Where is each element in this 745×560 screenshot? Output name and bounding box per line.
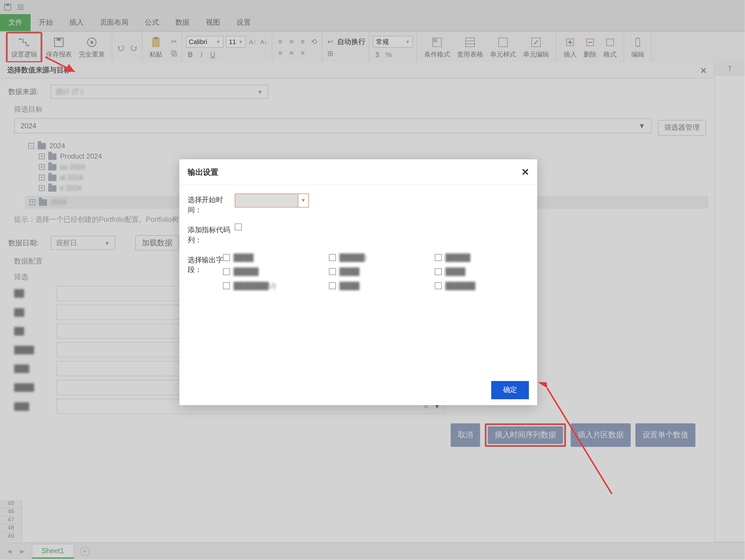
field-item[interactable]: █████) [329, 253, 423, 262]
add-code-checkbox[interactable] [235, 223, 242, 231]
font-size-select[interactable]: 11▼ [226, 36, 246, 48]
checkbox[interactable] [435, 282, 442, 289]
start-time-input[interactable] [235, 194, 298, 207]
bold-icon[interactable]: B [186, 50, 195, 59]
cond-format-button[interactable]: 条件格式 [421, 32, 454, 63]
tab-data[interactable]: 数据 [167, 14, 198, 31]
row-number[interactable]: 45 [0, 500, 22, 508]
checkbox[interactable] [223, 268, 230, 275]
edit-button[interactable]: 编辑 [628, 32, 648, 63]
svg-rect-13 [171, 50, 175, 55]
align-left-icon[interactable]: ≡ [276, 48, 285, 58]
insert-timeseries-button[interactable]: 插入时间序列数据 [488, 426, 563, 444]
data-date-select[interactable]: 观察日 ▼ [51, 236, 115, 250]
panel-close-button[interactable]: ✕ [700, 66, 707, 75]
font-increase-icon[interactable]: A↑ [248, 37, 257, 46]
tab-insert[interactable]: 插入 [61, 14, 92, 31]
cut-icon[interactable]: ✂ [169, 37, 179, 46]
tab-home[interactable]: 开始 [31, 14, 61, 31]
modal-title: 输出设置 [188, 167, 218, 177]
checkbox[interactable] [435, 268, 442, 275]
filter-manager-button[interactable]: 筛选器管理 [658, 120, 706, 136]
tab-layout[interactable]: 页面布局 [92, 14, 136, 31]
field-item[interactable]: ██████ [435, 282, 529, 290]
checkbox[interactable] [435, 254, 442, 261]
sheet-tab[interactable]: Sheet1 [32, 544, 74, 559]
expand-icon[interactable]: + [39, 164, 45, 170]
load-data-button[interactable]: 加载数据 [135, 235, 179, 250]
cell-edit-button[interactable]: 单元编辑 [519, 32, 553, 63]
edit-label: 编辑 [631, 50, 644, 59]
expand-icon[interactable]: + [30, 200, 35, 205]
confirm-button[interactable]: 确定 [491, 381, 529, 399]
insert-slice-button[interactable]: 插入片区数据 [571, 423, 630, 447]
align-top-icon[interactable]: ≡ [276, 37, 285, 46]
expand-icon[interactable]: + [39, 153, 45, 159]
paste-button[interactable]: 粘贴 [146, 32, 166, 63]
tab-file[interactable]: 文件 [0, 14, 31, 31]
start-time-select[interactable]: ▼ [235, 194, 309, 208]
field-item[interactable]: █████ [223, 268, 317, 276]
italic-icon[interactable]: I [197, 50, 206, 59]
collapse-icon[interactable]: − [28, 143, 34, 149]
underline-icon[interactable]: U [208, 50, 217, 59]
delete-cell-button[interactable]: 删除 [580, 32, 600, 63]
field-item[interactable]: ████ [329, 268, 423, 276]
align-mid-icon[interactable]: ≡ [287, 37, 296, 46]
checkbox[interactable] [329, 282, 336, 289]
number-format-select[interactable]: 常规▼ [373, 36, 413, 48]
column-header[interactable]: T [715, 62, 745, 75]
tree-root[interactable]: − 2024 [28, 141, 704, 151]
setup-logic-button[interactable]: 设置逻辑 [6, 32, 42, 63]
align-right-icon[interactable]: ≡ [298, 48, 307, 58]
percent-icon[interactable]: % [384, 50, 393, 59]
field-item[interactable]: ████ [329, 282, 423, 290]
field-item[interactable]: ███████U) [223, 282, 317, 290]
filter-target-label: 筛选目标 [14, 105, 706, 115]
checkbox[interactable] [329, 254, 336, 261]
undo-icon[interactable] [116, 43, 125, 52]
data-source-select[interactable]: 统计 (T ) ▼ [51, 84, 268, 99]
caret-down-icon[interactable]: ▼ [298, 194, 308, 207]
field-item[interactable]: ████ [223, 253, 317, 262]
year-select[interactable]: 2024 ▼ [14, 118, 652, 133]
cell-style-button[interactable]: 单元样式 [486, 32, 519, 63]
copy-icon[interactable] [169, 48, 179, 58]
save-report-button[interactable]: 保存报表 [42, 32, 75, 63]
cancel-button[interactable]: 取消 [451, 423, 480, 447]
table-style-button[interactable]: 套用表格 [454, 32, 487, 63]
sheet-prev-icon[interactable]: ◄ [6, 547, 13, 556]
merge-icon[interactable]: ⊞ [326, 49, 335, 58]
currency-icon[interactable]: $ [373, 50, 382, 59]
align-center-icon[interactable]: ≡ [287, 48, 296, 58]
insert-cell-button[interactable]: 插入 [560, 32, 580, 63]
row-number[interactable]: 49 [0, 533, 22, 541]
align-bot-icon[interactable]: ≡ [298, 37, 307, 46]
menu-icon[interactable] [17, 3, 25, 11]
tab-view[interactable]: 视图 [198, 14, 228, 31]
expand-icon[interactable]: + [39, 175, 45, 181]
wrap-label[interactable]: 自动换行 [337, 37, 365, 47]
save-icon[interactable] [4, 3, 12, 11]
format-cell-button[interactable]: 格式 [600, 32, 620, 63]
orientation-icon[interactable]: ⟲ [310, 37, 318, 46]
sheet-next-icon[interactable]: ► [19, 547, 26, 556]
set-single-button[interactable]: 设置单个数值 [636, 423, 695, 447]
font-decrease-icon[interactable]: A↓ [259, 37, 268, 46]
tab-settings[interactable]: 设置 [228, 14, 259, 31]
expand-icon[interactable]: + [39, 185, 45, 191]
checkbox[interactable] [223, 282, 230, 289]
row-number[interactable]: 46 [0, 508, 22, 516]
recalc-button[interactable]: 完全重算 [75, 32, 108, 63]
row-number[interactable]: 48 [0, 525, 22, 533]
checkbox[interactable] [223, 254, 230, 261]
font-name-select[interactable]: Calibri▼ [186, 36, 223, 48]
field-item[interactable]: █████ [435, 253, 529, 262]
redo-icon[interactable] [130, 43, 138, 52]
checkbox[interactable] [329, 268, 336, 275]
field-item[interactable]: ████ [435, 268, 529, 276]
row-number[interactable]: 47 [0, 516, 22, 525]
add-sheet-button[interactable]: + [80, 547, 89, 556]
modal-close-button[interactable]: ✕ [521, 167, 529, 178]
tab-formula[interactable]: 公式 [136, 14, 167, 31]
